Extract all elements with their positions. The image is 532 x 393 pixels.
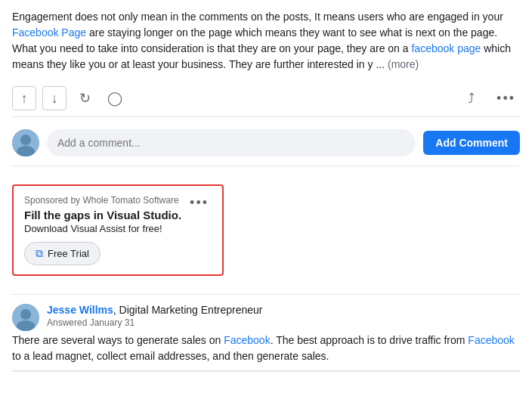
downvote-button[interactable]: ↓ — [42, 86, 66, 110]
ad-subtitle: Download Visual Assist for free! — [24, 223, 187, 234]
action-icons-left: ↑ ↓ ↻ ◯ — [12, 86, 127, 110]
comment-icon: ◯ — [107, 90, 122, 107]
post-body: Engagement does not only mean in the com… — [12, 9, 520, 73]
ad-dots-icon: ••• — [190, 195, 209, 210]
answer-text: There are several ways to generate sales… — [12, 333, 520, 364]
comment-input[interactable] — [47, 129, 416, 156]
add-comment-button[interactable]: Add Comment — [423, 131, 520, 155]
ad-section: Sponsored by Whole Tomato Software Fill … — [12, 184, 224, 276]
comment-button[interactable]: ◯ — [103, 86, 127, 110]
free-trial-button[interactable]: ⧉ Free Trial — [24, 242, 101, 265]
user-avatar — [12, 129, 39, 156]
highlighted-facebook-page: Facebook Page — [12, 26, 86, 39]
comment-section: Add Comment — [12, 123, 520, 166]
answer-date: Answered January 31 — [47, 317, 262, 328]
highlighted-facebook-page-2: facebook page — [411, 42, 481, 54]
refresh-icon: ↻ — [79, 90, 91, 107]
answer-facebook-link-1[interactable]: Facebook — [224, 334, 270, 346]
answer-author-avatar — [12, 304, 39, 331]
ad-content: Sponsored by Whole Tomato Software Fill … — [24, 195, 187, 265]
dots-icon: ••• — [496, 91, 515, 106]
answer-author-name[interactable]: Jesse Willms — [47, 304, 113, 316]
upvote-icon: ↑ — [21, 91, 28, 107]
downvote-icon: ↓ — [51, 91, 58, 107]
share-button[interactable]: ⤴ — [459, 86, 483, 110]
share-icon: ⤴ — [468, 91, 475, 107]
answer-author-role: , Digital Marketing Entrepreneur — [113, 304, 263, 316]
svg-point-1 — [20, 135, 31, 145]
ad-header-row: Sponsored by Whole Tomato Software Fill … — [24, 195, 212, 265]
external-link-icon: ⧉ — [36, 247, 43, 260]
refresh-button[interactable]: ↻ — [73, 86, 97, 110]
answer-section: Jesse Willms, Digital Marketing Entrepre… — [12, 295, 520, 371]
more-link[interactable]: (more) — [388, 58, 419, 70]
free-trial-label: Free Trial — [48, 248, 89, 259]
answer-row: Jesse Willms, Digital Marketing Entrepre… — [12, 304, 520, 333]
answer-body: Jesse Willms, Digital Marketing Entrepre… — [47, 304, 262, 333]
upvote-button[interactable]: ↑ — [12, 86, 36, 110]
svg-point-4 — [20, 309, 31, 320]
answer-header: Jesse Willms, Digital Marketing Entrepre… — [47, 304, 262, 316]
ad-more-options-button[interactable]: ••• — [187, 195, 212, 211]
answer-facebook-link-2[interactable]: Facebook — [468, 334, 514, 346]
more-options-button[interactable]: ••• — [492, 88, 520, 110]
action-bar: ↑ ↓ ↻ ◯ ⤴ ••• — [12, 80, 520, 117]
ad-sponsor-label: Sponsored by Whole Tomato Software — [24, 195, 187, 206]
bottom-divider — [12, 371, 520, 372]
ad-title: Fill the gaps in Visual Studio. — [24, 209, 187, 221]
action-icons-right: ⤴ ••• — [459, 86, 520, 110]
